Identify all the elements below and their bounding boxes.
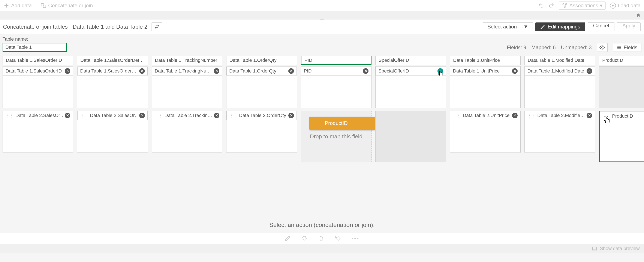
field-chip[interactable]: Data Table 2.SalesOr… ✕ (77, 111, 148, 120)
remove-icon[interactable]: ✕ (586, 68, 592, 74)
home-icon[interactable] (636, 13, 641, 18)
chip-label: SpecialOfferID (378, 68, 436, 74)
remove-icon[interactable]: ✕ (65, 68, 70, 74)
tablename-input[interactable] (2, 43, 67, 52)
drag-handle-icon[interactable] (229, 113, 236, 118)
drag-handle-icon[interactable] (155, 113, 162, 118)
svg-point-10 (601, 47, 603, 48)
cancel-label: Cancel (593, 23, 609, 28)
edit-mappings-label: Edit mappings (548, 24, 580, 30)
field-chip[interactable]: SpecialOfferID ✕ (376, 66, 446, 76)
column-header[interactable]: Data Table 1.OrderQty (226, 56, 297, 65)
field-chip[interactable]: Data Table 2.UnitPrice ✕ (450, 111, 520, 120)
chevron-down-icon: ▼ (523, 24, 528, 30)
column-header[interactable]: Data Table 1.UnitPrice (450, 56, 520, 65)
field-chip[interactable]: Data Table 2.SalesOr… ✕ (3, 111, 73, 120)
chip-label: Data Table 2.SalesOr… (90, 113, 138, 118)
field-chip[interactable]: Data Table 1.OrderQty ✕ (226, 66, 297, 76)
remove-icon[interactable]: ✕ (363, 68, 368, 74)
redo-icon[interactable] (548, 2, 554, 8)
associations-label: Associations (569, 2, 598, 8)
field-chip[interactable]: Data Table 1.SalesOrder… ✕ (77, 66, 148, 76)
field-chip[interactable]: Data Table 1.UnitPrice ✕ (450, 66, 520, 76)
drag-handle-icon[interactable] (80, 113, 88, 118)
tablename-label: Table name: (2, 36, 67, 42)
chip-label: Data Table 1.SalesOrder… (80, 68, 138, 74)
field-chip[interactable]: Data Table 1.Modified Date ✕ (525, 66, 595, 76)
remove-icon[interactable]: ✕ (586, 113, 592, 118)
chip-label: Data Table 2.OrderQty (239, 113, 286, 118)
field-chip[interactable]: Data Table 2.OrderQty ✕ (226, 111, 297, 120)
drag-handle-icon[interactable] (528, 113, 535, 118)
empty-slot[interactable] (375, 111, 446, 162)
drag-handle-icon[interactable] (453, 113, 460, 118)
play-icon (610, 2, 616, 8)
field-chip[interactable]: PID ✕ (301, 66, 371, 76)
dragging-chip[interactable]: ProductID (309, 117, 375, 130)
apply-label: Apply (622, 23, 635, 28)
remove-icon[interactable]: ✕ (512, 113, 518, 118)
empty-slot[interactable] (599, 66, 644, 108)
remove-icon[interactable]: ✕ (139, 113, 145, 118)
add-data-button[interactable]: Add data (4, 2, 32, 8)
preview-panel-icon[interactable] (592, 246, 597, 251)
remove-icon[interactable]: ✕ (139, 68, 145, 74)
mapping-column: Data Table 1.Modified Date Data Table 1.… (524, 56, 595, 162)
column-header[interactable]: Data Table 1.Modified Date (524, 56, 595, 65)
refresh-icon[interactable] (302, 235, 308, 241)
field-chip[interactable]: Data Table 2.Trackin… ✕ (152, 111, 222, 120)
chip-label: Data Table 2.UnitPrice (463, 113, 510, 118)
column-header[interactable]: Data Table 1.SalesOrderID (2, 56, 73, 65)
top-toolbar: Add data Concatenate or join Association… (0, 0, 644, 11)
chip-label: Data Table 2.Modifie… (537, 113, 585, 118)
column-header[interactable]: Data Table 1.TrackingNumber (152, 56, 222, 65)
mapping-column-pid: PID PID ✕ Drop to map this field Product… (301, 56, 372, 162)
field-chip[interactable]: Data Table 1.SalesOrderID ✕ (3, 66, 73, 76)
mapping-column: Data Table 1.OrderQty Data Table 1.Order… (226, 56, 297, 162)
fields-menu-button[interactable]: Fields (613, 43, 642, 52)
chevron-down-icon: ▾ (600, 2, 602, 8)
cancel-button[interactable]: Cancel (588, 22, 614, 31)
chip-label: Data Table 1.OrderQty (229, 68, 287, 74)
preview-visibility-button[interactable] (597, 43, 608, 52)
load-data-button[interactable]: Load data (610, 2, 640, 8)
remove-icon[interactable]: ✕ (288, 68, 294, 74)
chip-label: Data Table 1.TrackingNu… (155, 68, 212, 74)
remove-icon[interactable]: ✕ (214, 68, 220, 74)
mapped-count: Mapped: 6 (531, 44, 556, 50)
tag-icon[interactable] (335, 235, 341, 241)
remove-icon[interactable]: ✕ (214, 113, 220, 118)
bottom-bar: Show data preview (0, 244, 644, 253)
select-action-dropdown[interactable]: Select action ▼ (483, 22, 533, 31)
chip-label: Data Table 1.UnitPrice (453, 68, 510, 74)
show-data-preview-label[interactable]: Show data preview (600, 246, 640, 251)
concatenate-button[interactable]: Concatenate or join (40, 2, 93, 8)
highlighted-slot[interactable]: ProductID ✕ (599, 111, 644, 162)
svg-point-6 (564, 6, 566, 8)
field-chip[interactable]: Data Table 2.Modifie… ✕ (525, 111, 595, 120)
delete-icon[interactable] (318, 235, 324, 241)
drop-zone-label: Drop to map this field (310, 133, 362, 140)
edit-icon[interactable] (285, 235, 291, 241)
column-header[interactable]: SpecialOfferID (375, 56, 446, 65)
more-icon[interactable]: ••• (352, 235, 359, 242)
svg-marker-9 (612, 4, 614, 7)
chip-label: Data Table 1.Modified Date (528, 68, 585, 74)
column-header[interactable]: ProductID (599, 56, 644, 65)
select-action-label: Select action (488, 24, 517, 30)
associations-button[interactable]: Associations ▾ (559, 1, 606, 10)
column-header[interactable]: PID (301, 56, 372, 65)
field-chip[interactable]: Data Table 1.TrackingNu… ✕ (152, 66, 222, 76)
fields-count: Fields: 9 (507, 44, 526, 50)
drag-handle-icon[interactable] (6, 113, 13, 118)
remove-icon[interactable]: ✕ (512, 68, 518, 74)
panel-header: Concatenate or join tables - Data Table … (0, 19, 644, 34)
undo-icon[interactable] (538, 2, 544, 8)
remove-icon[interactable]: ✕ (288, 113, 294, 118)
apply-button[interactable]: Apply (617, 22, 640, 31)
edit-mappings-button[interactable]: Edit mappings (536, 22, 585, 31)
swap-tables-button[interactable] (151, 22, 162, 31)
column-header[interactable]: Data Table 1.SalesOrderDetailID (77, 56, 148, 65)
remove-icon[interactable]: ✕ (65, 113, 70, 118)
fields-btn-label: Fields (624, 44, 637, 50)
